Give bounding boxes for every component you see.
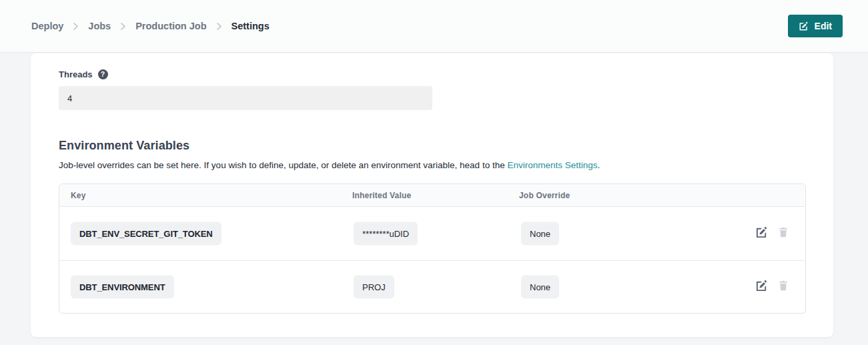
description-text: Job-level overrides can be set here. If …: [59, 160, 507, 170]
question-circle-icon[interactable]: ?: [98, 69, 108, 79]
breadcrumb-item-deploy[interactable]: Deploy: [31, 21, 63, 31]
pencil-square-icon: [755, 280, 768, 294]
delete-row-button[interactable]: [777, 226, 789, 240]
row-actions: [755, 226, 789, 241]
threads-field-label-row: Threads ?: [59, 69, 108, 79]
environments-settings-link[interactable]: Environments Settings: [507, 160, 597, 170]
table-row: DBT_ENV_SECRET_GIT_TOKEN ********uDID No…: [59, 207, 805, 260]
breadcrumb: Deploy Jobs Production Job Settings: [31, 21, 270, 31]
inherited-value-badge: ********uDID: [354, 222, 418, 245]
table-header-row: Key Inherited Value Job Override: [59, 184, 805, 207]
column-header-job-override: Job Override: [519, 191, 570, 200]
threads-input: [59, 86, 432, 110]
edit-button-label: Edit: [815, 21, 832, 31]
chevron-right-icon: [121, 23, 125, 30]
delete-row-button[interactable]: [777, 280, 789, 294]
column-header-inherited-value: Inherited Value: [352, 191, 411, 200]
environment-variables-table: Key Inherited Value Job Override DBT_ENV…: [59, 184, 806, 314]
column-header-key: Key: [71, 191, 86, 200]
chevron-right-icon: [217, 23, 222, 30]
description-period: .: [598, 160, 600, 170]
top-bar: Deploy Jobs Production Job Settings Edit: [0, 0, 868, 53]
edit-row-button[interactable]: [755, 226, 768, 241]
settings-card: Threads ? Environment Variables Job-leve…: [31, 53, 833, 337]
edit-row-button[interactable]: [755, 280, 768, 294]
env-var-key-badge: DBT_ENV_SECRET_GIT_TOKEN: [71, 222, 222, 245]
job-override-badge: None: [521, 222, 559, 245]
pencil-square-icon: [799, 21, 809, 31]
breadcrumb-item-settings: Settings: [232, 21, 270, 31]
trash-icon: [777, 280, 789, 294]
threads-label: Threads: [59, 69, 93, 79]
trash-icon: [777, 226, 789, 240]
environment-variables-description: Job-level overrides can be set here. If …: [59, 160, 600, 170]
env-var-key-badge: DBT_ENVIRONMENT: [71, 275, 174, 298]
environment-variables-title: Environment Variables: [59, 139, 189, 153]
row-actions: [755, 280, 789, 294]
inherited-value-badge: PROJ: [354, 275, 394, 298]
job-override-badge: None: [521, 275, 559, 298]
edit-button[interactable]: Edit: [788, 15, 843, 37]
table-row: DBT_ENVIRONMENT PROJ None: [59, 260, 805, 314]
breadcrumb-item-jobs[interactable]: Jobs: [88, 21, 111, 31]
pencil-square-icon: [755, 226, 768, 241]
chevron-right-icon: [73, 23, 78, 30]
breadcrumb-item-production-job[interactable]: Production Job: [135, 21, 206, 31]
